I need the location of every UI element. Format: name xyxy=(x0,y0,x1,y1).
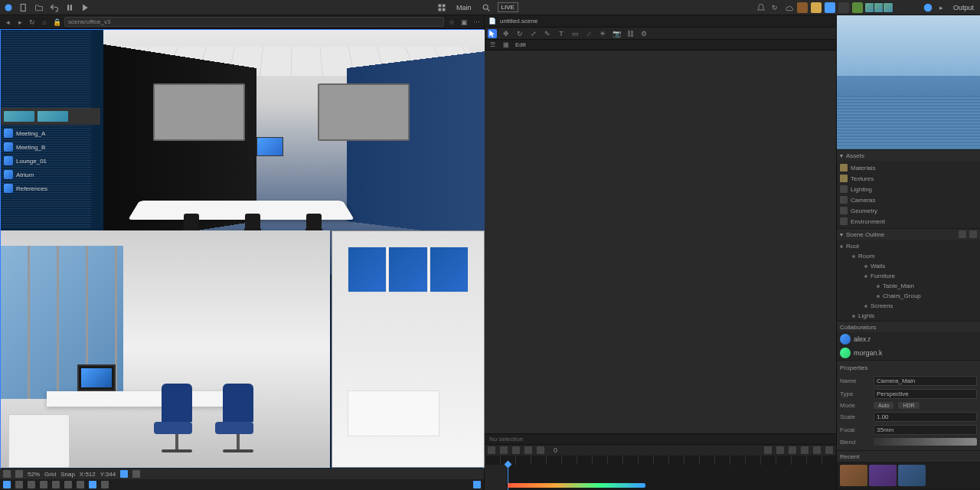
split-view-icon[interactable]: ▣ xyxy=(459,18,469,27)
task-icon[interactable] xyxy=(40,481,47,488)
thumbnail-preview[interactable] xyxy=(4,111,34,122)
tl-key-icon[interactable] xyxy=(764,446,772,454)
gallery-header[interactable]: Recent xyxy=(837,451,980,462)
task-icon[interactable] xyxy=(64,481,72,488)
timeline-ruler[interactable] xyxy=(485,456,836,465)
cloud-icon[interactable] xyxy=(783,2,794,13)
editor-canvas[interactable] xyxy=(485,51,836,433)
forward-icon[interactable]: ▸ xyxy=(15,18,24,27)
tl-record-icon[interactable] xyxy=(789,446,796,454)
workspace-label[interactable]: Main xyxy=(453,4,475,11)
text-tool-icon[interactable]: T xyxy=(557,29,566,38)
color-ramp[interactable] xyxy=(508,483,645,488)
move-tool-icon[interactable]: ✥ xyxy=(501,29,511,38)
tl-marker-icon[interactable] xyxy=(801,446,808,454)
scale-tool-icon[interactable]: ⤢ xyxy=(529,29,538,38)
timeline-track[interactable] xyxy=(508,465,836,490)
user-row[interactable]: alex.r xyxy=(837,332,980,346)
asset-item[interactable]: Lighting xyxy=(837,184,980,194)
app-logo-icon[interactable] xyxy=(3,2,14,13)
open-icon[interactable] xyxy=(34,2,44,13)
sync-icon[interactable]: ↻ xyxy=(769,2,780,13)
task-icon[interactable] xyxy=(15,481,23,488)
thumbnail-preview[interactable] xyxy=(38,111,68,122)
grid-toggle-label[interactable]: Grid xyxy=(44,471,56,478)
mode-chip[interactable]: HDR xyxy=(898,402,919,409)
zoom-level[interactable]: 52% xyxy=(28,471,40,478)
output-label[interactable]: Output xyxy=(950,4,977,11)
eyedropper-icon[interactable]: ⟋ xyxy=(584,29,593,38)
visibility-dot-icon[interactable] xyxy=(877,285,880,288)
link-tool-icon[interactable]: ⛓ xyxy=(626,29,635,38)
task-icon[interactable] xyxy=(89,481,96,488)
layers-toggle[interactable] xyxy=(3,470,11,478)
task-icon[interactable] xyxy=(101,481,109,488)
asset-item[interactable]: Textures xyxy=(837,173,980,184)
tl-loop-icon[interactable] xyxy=(776,446,784,454)
tl-zoom-icon[interactable] xyxy=(813,446,821,454)
snap-toggle-label[interactable]: Snap xyxy=(60,471,75,478)
new-icon[interactable] xyxy=(18,2,29,13)
tray-app-1-icon[interactable] xyxy=(797,2,808,13)
visibility-dot-icon[interactable] xyxy=(852,315,855,318)
layer-row[interactable]: Furniture xyxy=(837,271,980,281)
start-button[interactable] xyxy=(3,481,11,488)
tl-rewind-icon[interactable] xyxy=(488,446,495,454)
mode-chip[interactable]: Auto xyxy=(874,402,893,409)
tray-app-2-icon[interactable] xyxy=(811,2,822,13)
tl-end-icon[interactable] xyxy=(537,446,544,454)
app-switcher-icon[interactable] xyxy=(436,2,447,13)
asset-item[interactable]: Cameras xyxy=(837,194,980,205)
task-active[interactable] xyxy=(473,481,481,488)
recent-thumb[interactable] xyxy=(898,465,926,486)
refresh-icon[interactable]: ↻ xyxy=(28,18,37,27)
visibility-dot-icon[interactable] xyxy=(840,245,843,248)
shape-tool-icon[interactable]: ▭ xyxy=(570,29,580,38)
render-toggle[interactable] xyxy=(132,470,140,478)
tl-back-icon[interactable] xyxy=(500,446,508,454)
assets-header[interactable]: ▾ Assets xyxy=(837,150,980,161)
scene-item[interactable]: Meeting_A xyxy=(1,126,100,140)
visibility-dot-icon[interactable] xyxy=(864,305,867,308)
layer-row[interactable]: Screens xyxy=(837,301,980,311)
undo-icon[interactable] xyxy=(49,2,60,13)
select-tool-icon[interactable] xyxy=(488,29,497,38)
tray-app-4-icon[interactable] xyxy=(838,2,849,13)
layer-row[interactable]: Walls xyxy=(837,261,980,271)
viewport-canvas[interactable]: Meeting_A Meeting_B Lounge_01 Atrium Ref… xyxy=(0,29,484,490)
layer-row[interactable]: Room xyxy=(837,251,980,261)
pen-tool-icon[interactable]: ✎ xyxy=(543,29,552,38)
blend-slider[interactable] xyxy=(874,438,977,446)
chevron-right-icon[interactable]: ▸ xyxy=(936,2,947,13)
scene-item[interactable]: References xyxy=(1,181,100,195)
task-icon[interactable] xyxy=(28,481,35,488)
layer-row[interactable]: Table_Main xyxy=(837,281,980,291)
users-header[interactable]: Collaborators xyxy=(837,322,980,332)
task-icon[interactable] xyxy=(52,481,60,488)
tray-app-5-icon[interactable] xyxy=(852,2,863,13)
properties-header[interactable]: Properties xyxy=(840,364,977,374)
prop-value[interactable]: 35mm xyxy=(874,425,977,435)
preview-thumbnail[interactable] xyxy=(837,15,980,149)
prop-value[interactable]: Camera_Main xyxy=(874,376,977,386)
task-icon[interactable] xyxy=(77,481,84,488)
asset-item[interactable]: Environment xyxy=(837,216,980,227)
light-tool-icon[interactable]: ☀ xyxy=(598,29,607,38)
visibility-dot-icon[interactable] xyxy=(877,295,880,298)
tl-forward-icon[interactable] xyxy=(524,446,532,454)
search-icon[interactable] xyxy=(481,2,492,13)
pause-icon[interactable] xyxy=(64,2,75,13)
options-icon[interactable]: ⋯ xyxy=(472,18,481,27)
rotate-tool-icon[interactable]: ↻ xyxy=(515,29,524,38)
tl-options-icon[interactable] xyxy=(825,446,833,454)
user-profile-icon[interactable] xyxy=(923,2,933,13)
recent-thumb[interactable] xyxy=(869,465,897,486)
home-icon[interactable]: ⌂ xyxy=(40,18,49,27)
scene-item[interactable]: Lounge_01 xyxy=(1,154,100,168)
camera-tool-icon[interactable]: 📷 xyxy=(612,29,621,38)
asset-item[interactable]: Materials xyxy=(837,162,980,173)
visibility-dot-icon[interactable] xyxy=(852,255,855,258)
back-icon[interactable]: ◂ xyxy=(3,18,12,27)
tray-app-3-icon[interactable] xyxy=(825,2,835,13)
recent-thumb[interactable] xyxy=(840,465,867,486)
